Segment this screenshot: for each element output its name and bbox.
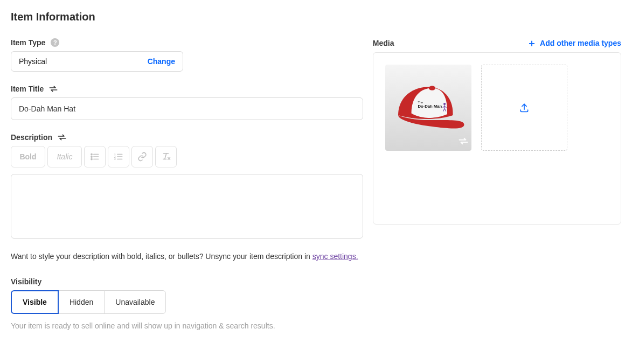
svg-point-12	[429, 86, 436, 90]
left-column: Item Type ? Physical Change Item Title D…	[11, 38, 363, 330]
numbered-list-button[interactable]: 123	[108, 146, 129, 167]
visibility-label: Visibility	[11, 277, 41, 286]
help-icon[interactable]: ?	[51, 38, 59, 47]
italic-button[interactable]: Italic	[47, 146, 82, 167]
description-sync-hint: Want to style your description with bold…	[11, 251, 363, 262]
media-thumbnail[interactable]: The Do-Dah Man	[385, 65, 471, 151]
item-type-value: Physical	[19, 57, 47, 66]
sync-icon	[58, 134, 66, 141]
hat-image: The Do-Dah Man	[391, 78, 466, 138]
item-type-label: Item Type	[11, 38, 45, 47]
description-input[interactable]	[11, 174, 363, 239]
link-button[interactable]	[131, 146, 153, 167]
visibility-hidden-button[interactable]: Hidden	[58, 290, 105, 314]
plus-icon: ＋	[527, 38, 537, 48]
svg-point-0	[91, 153, 92, 155]
item-title-label: Item Title	[11, 85, 44, 93]
visibility-toggle-group: Visible Hidden Unavailable	[11, 290, 166, 314]
svg-text:The: The	[418, 101, 423, 104]
sync-settings-link[interactable]: sync settings.	[312, 252, 358, 261]
bold-button[interactable]: Bold	[11, 146, 45, 167]
item-type-field: Physical Change	[11, 51, 183, 72]
change-item-type-button[interactable]: Change	[148, 57, 175, 66]
item-title-input[interactable]	[11, 97, 363, 120]
media-label: Media	[373, 39, 394, 47]
svg-point-2	[91, 156, 92, 157]
media-header: Media ＋ Add other media types	[373, 38, 621, 48]
visibility-label-row: Visibility	[11, 277, 363, 286]
description-label: Description	[11, 133, 52, 142]
visibility-help-text: Your item is ready to sell online and wi…	[11, 321, 363, 330]
description-toolbar: Bold Italic 123	[11, 146, 363, 167]
add-media-button[interactable]: ＋ Add other media types	[527, 38, 621, 48]
upload-icon	[519, 102, 530, 113]
bullet-list-button[interactable]	[84, 146, 106, 167]
sync-icon	[459, 137, 468, 148]
item-title-label-row: Item Title	[11, 85, 363, 93]
svg-text:Do-Dah Man: Do-Dah Man	[418, 104, 442, 109]
right-column: Media ＋ Add other media types The Do-Dah…	[373, 38, 621, 225]
visibility-visible-button[interactable]: Visible	[11, 290, 59, 314]
svg-point-15	[443, 103, 446, 105]
clear-format-button[interactable]	[155, 146, 177, 167]
svg-text:3: 3	[114, 157, 116, 160]
visibility-unavailable-button[interactable]: Unavailable	[104, 290, 166, 314]
add-media-label: Add other media types	[540, 39, 621, 47]
item-type-label-row: Item Type ?	[11, 38, 363, 47]
sync-icon	[49, 85, 58, 93]
sync-hint-text: Want to style your description with bold…	[11, 252, 312, 261]
page-title: Item Information	[11, 11, 621, 23]
description-label-row: Description	[11, 133, 363, 142]
media-panel: The Do-Dah Man	[373, 52, 621, 225]
svg-point-4	[91, 158, 92, 159]
upload-media-slot[interactable]	[481, 65, 567, 151]
